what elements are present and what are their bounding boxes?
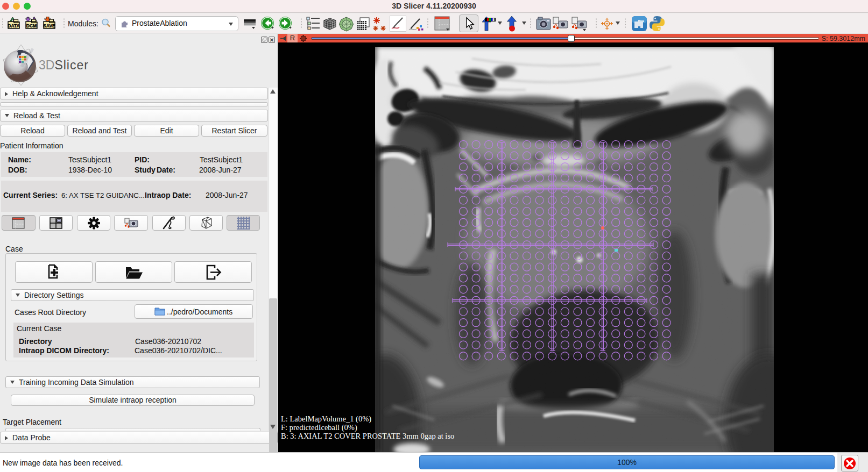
- svg-text:DCM: DCM: [26, 23, 37, 28]
- svg-text:B: 3: AXIAL T2 COVER PROSTATE: B: 3: AXIAL T2 COVER PROSTATE 3mm 0gap a…: [281, 432, 454, 440]
- svg-text:F: predictedIceball (0%): F: predictedIceball (0%): [281, 423, 357, 432]
- svg-text:SAVE: SAVE: [43, 23, 55, 28]
- svg-text:L: LabelMapVolume_1 (0%): L: LabelMapVolume_1 (0%): [281, 414, 371, 424]
- svg-text:DATA: DATA: [8, 23, 19, 28]
